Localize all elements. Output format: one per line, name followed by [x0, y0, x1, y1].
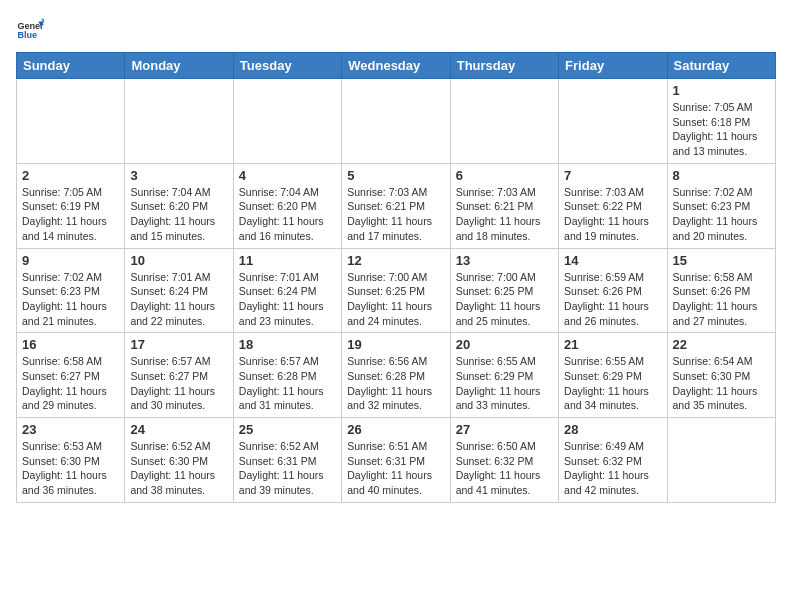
- page-header: General Blue: [16, 16, 776, 44]
- calendar-cell: [450, 79, 558, 164]
- calendar-cell: 27Sunrise: 6:50 AMSunset: 6:32 PMDayligh…: [450, 418, 558, 503]
- calendar-cell: [233, 79, 341, 164]
- day-number: 27: [456, 422, 553, 437]
- svg-text:Blue: Blue: [17, 30, 37, 40]
- calendar-cell: 11Sunrise: 7:01 AMSunset: 6:24 PMDayligh…: [233, 248, 341, 333]
- day-number: 9: [22, 253, 119, 268]
- logo-icon: General Blue: [16, 16, 44, 44]
- calendar-week-row: 2Sunrise: 7:05 AMSunset: 6:19 PMDaylight…: [17, 163, 776, 248]
- day-info: Sunrise: 7:02 AMSunset: 6:23 PMDaylight:…: [673, 185, 770, 244]
- day-number: 7: [564, 168, 661, 183]
- day-number: 10: [130, 253, 227, 268]
- calendar-cell: 15Sunrise: 6:58 AMSunset: 6:26 PMDayligh…: [667, 248, 775, 333]
- weekday-header-wednesday: Wednesday: [342, 53, 450, 79]
- day-info: Sunrise: 6:51 AMSunset: 6:31 PMDaylight:…: [347, 439, 444, 498]
- day-number: 1: [673, 83, 770, 98]
- calendar-cell: 20Sunrise: 6:55 AMSunset: 6:29 PMDayligh…: [450, 333, 558, 418]
- weekday-header-saturday: Saturday: [667, 53, 775, 79]
- day-number: 11: [239, 253, 336, 268]
- calendar-cell: 17Sunrise: 6:57 AMSunset: 6:27 PMDayligh…: [125, 333, 233, 418]
- day-number: 16: [22, 337, 119, 352]
- day-info: Sunrise: 6:58 AMSunset: 6:27 PMDaylight:…: [22, 354, 119, 413]
- day-info: Sunrise: 7:00 AMSunset: 6:25 PMDaylight:…: [347, 270, 444, 329]
- calendar-cell: 12Sunrise: 7:00 AMSunset: 6:25 PMDayligh…: [342, 248, 450, 333]
- calendar: SundayMondayTuesdayWednesdayThursdayFrid…: [16, 52, 776, 503]
- calendar-cell: [125, 79, 233, 164]
- day-info: Sunrise: 6:52 AMSunset: 6:30 PMDaylight:…: [130, 439, 227, 498]
- calendar-week-row: 23Sunrise: 6:53 AMSunset: 6:30 PMDayligh…: [17, 418, 776, 503]
- calendar-week-row: 1Sunrise: 7:05 AMSunset: 6:18 PMDaylight…: [17, 79, 776, 164]
- day-number: 2: [22, 168, 119, 183]
- day-info: Sunrise: 7:03 AMSunset: 6:22 PMDaylight:…: [564, 185, 661, 244]
- day-info: Sunrise: 6:52 AMSunset: 6:31 PMDaylight:…: [239, 439, 336, 498]
- calendar-cell: 22Sunrise: 6:54 AMSunset: 6:30 PMDayligh…: [667, 333, 775, 418]
- day-number: 25: [239, 422, 336, 437]
- calendar-cell: 19Sunrise: 6:56 AMSunset: 6:28 PMDayligh…: [342, 333, 450, 418]
- weekday-header-friday: Friday: [559, 53, 667, 79]
- day-info: Sunrise: 6:50 AMSunset: 6:32 PMDaylight:…: [456, 439, 553, 498]
- day-info: Sunrise: 6:49 AMSunset: 6:32 PMDaylight:…: [564, 439, 661, 498]
- calendar-cell: 24Sunrise: 6:52 AMSunset: 6:30 PMDayligh…: [125, 418, 233, 503]
- day-number: 8: [673, 168, 770, 183]
- calendar-cell: 26Sunrise: 6:51 AMSunset: 6:31 PMDayligh…: [342, 418, 450, 503]
- calendar-week-row: 16Sunrise: 6:58 AMSunset: 6:27 PMDayligh…: [17, 333, 776, 418]
- weekday-header-sunday: Sunday: [17, 53, 125, 79]
- day-info: Sunrise: 6:55 AMSunset: 6:29 PMDaylight:…: [456, 354, 553, 413]
- day-info: Sunrise: 7:04 AMSunset: 6:20 PMDaylight:…: [239, 185, 336, 244]
- day-info: Sunrise: 6:58 AMSunset: 6:26 PMDaylight:…: [673, 270, 770, 329]
- day-number: 20: [456, 337, 553, 352]
- day-number: 15: [673, 253, 770, 268]
- day-number: 21: [564, 337, 661, 352]
- calendar-cell: 1Sunrise: 7:05 AMSunset: 6:18 PMDaylight…: [667, 79, 775, 164]
- day-info: Sunrise: 6:55 AMSunset: 6:29 PMDaylight:…: [564, 354, 661, 413]
- day-number: 22: [673, 337, 770, 352]
- logo: General Blue: [16, 16, 44, 44]
- day-number: 19: [347, 337, 444, 352]
- calendar-cell: 28Sunrise: 6:49 AMSunset: 6:32 PMDayligh…: [559, 418, 667, 503]
- weekday-header-monday: Monday: [125, 53, 233, 79]
- day-info: Sunrise: 7:03 AMSunset: 6:21 PMDaylight:…: [456, 185, 553, 244]
- calendar-cell: 6Sunrise: 7:03 AMSunset: 6:21 PMDaylight…: [450, 163, 558, 248]
- day-number: 18: [239, 337, 336, 352]
- calendar-cell: [667, 418, 775, 503]
- day-number: 3: [130, 168, 227, 183]
- day-info: Sunrise: 6:54 AMSunset: 6:30 PMDaylight:…: [673, 354, 770, 413]
- day-number: 12: [347, 253, 444, 268]
- calendar-cell: 8Sunrise: 7:02 AMSunset: 6:23 PMDaylight…: [667, 163, 775, 248]
- day-number: 26: [347, 422, 444, 437]
- day-number: 13: [456, 253, 553, 268]
- calendar-cell: 21Sunrise: 6:55 AMSunset: 6:29 PMDayligh…: [559, 333, 667, 418]
- calendar-cell: [342, 79, 450, 164]
- day-info: Sunrise: 6:57 AMSunset: 6:28 PMDaylight:…: [239, 354, 336, 413]
- weekday-header-row: SundayMondayTuesdayWednesdayThursdayFrid…: [17, 53, 776, 79]
- day-number: 6: [456, 168, 553, 183]
- calendar-cell: 10Sunrise: 7:01 AMSunset: 6:24 PMDayligh…: [125, 248, 233, 333]
- day-info: Sunrise: 7:05 AMSunset: 6:18 PMDaylight:…: [673, 100, 770, 159]
- day-info: Sunrise: 7:03 AMSunset: 6:21 PMDaylight:…: [347, 185, 444, 244]
- day-info: Sunrise: 6:59 AMSunset: 6:26 PMDaylight:…: [564, 270, 661, 329]
- calendar-cell: 13Sunrise: 7:00 AMSunset: 6:25 PMDayligh…: [450, 248, 558, 333]
- calendar-cell: 16Sunrise: 6:58 AMSunset: 6:27 PMDayligh…: [17, 333, 125, 418]
- calendar-cell: [559, 79, 667, 164]
- day-info: Sunrise: 7:04 AMSunset: 6:20 PMDaylight:…: [130, 185, 227, 244]
- calendar-cell: [17, 79, 125, 164]
- calendar-cell: 18Sunrise: 6:57 AMSunset: 6:28 PMDayligh…: [233, 333, 341, 418]
- day-info: Sunrise: 6:53 AMSunset: 6:30 PMDaylight:…: [22, 439, 119, 498]
- day-number: 23: [22, 422, 119, 437]
- day-number: 17: [130, 337, 227, 352]
- calendar-cell: 9Sunrise: 7:02 AMSunset: 6:23 PMDaylight…: [17, 248, 125, 333]
- day-info: Sunrise: 6:57 AMSunset: 6:27 PMDaylight:…: [130, 354, 227, 413]
- day-info: Sunrise: 7:01 AMSunset: 6:24 PMDaylight:…: [130, 270, 227, 329]
- calendar-cell: 2Sunrise: 7:05 AMSunset: 6:19 PMDaylight…: [17, 163, 125, 248]
- day-info: Sunrise: 7:02 AMSunset: 6:23 PMDaylight:…: [22, 270, 119, 329]
- day-info: Sunrise: 7:05 AMSunset: 6:19 PMDaylight:…: [22, 185, 119, 244]
- day-number: 24: [130, 422, 227, 437]
- day-info: Sunrise: 7:00 AMSunset: 6:25 PMDaylight:…: [456, 270, 553, 329]
- day-number: 28: [564, 422, 661, 437]
- weekday-header-tuesday: Tuesday: [233, 53, 341, 79]
- calendar-cell: 25Sunrise: 6:52 AMSunset: 6:31 PMDayligh…: [233, 418, 341, 503]
- day-info: Sunrise: 7:01 AMSunset: 6:24 PMDaylight:…: [239, 270, 336, 329]
- calendar-cell: 4Sunrise: 7:04 AMSunset: 6:20 PMDaylight…: [233, 163, 341, 248]
- day-number: 14: [564, 253, 661, 268]
- calendar-cell: 7Sunrise: 7:03 AMSunset: 6:22 PMDaylight…: [559, 163, 667, 248]
